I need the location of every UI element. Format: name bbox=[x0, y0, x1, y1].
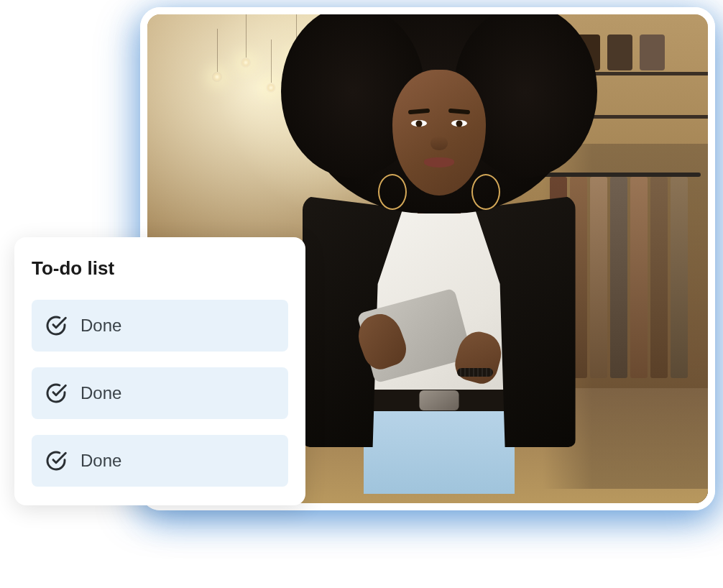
todo-item: Done bbox=[32, 300, 288, 352]
todo-item-label: Done bbox=[80, 451, 121, 471]
todo-item-label: Done bbox=[80, 383, 121, 403]
todo-item: Done bbox=[32, 367, 288, 419]
todo-list-title: To-do list bbox=[32, 257, 288, 280]
check-circle-icon bbox=[45, 314, 68, 337]
todo-item-label: Done bbox=[80, 316, 121, 336]
todo-item: Done bbox=[32, 435, 288, 487]
check-circle-icon bbox=[45, 449, 68, 472]
todo-list-card: To-do list Done Done Done bbox=[14, 237, 305, 505]
check-circle-icon bbox=[45, 382, 68, 405]
